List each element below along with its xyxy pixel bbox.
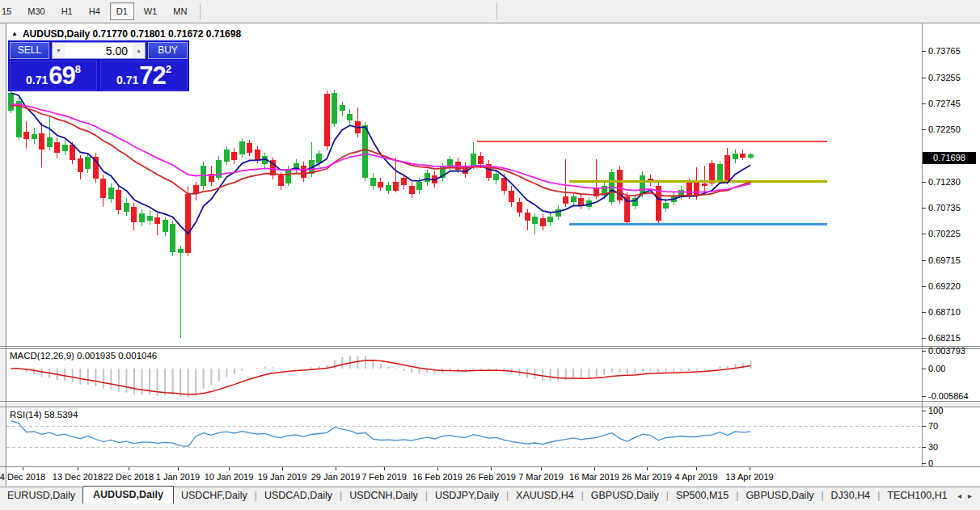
price-axis-tick	[922, 286, 926, 287]
chart-tab-bar: EURUSD,DailyAUDUSD,DailyUSDCHF,Daily|USD…	[0, 487, 980, 504]
sell-price-big-digits: 69	[49, 65, 74, 87]
buy-price-prefix: 0.71	[116, 74, 138, 87]
macd-axis-label: 0.00	[928, 364, 945, 373]
price-axis-label: 0.71230	[928, 177, 961, 187]
macd-bottom-border[interactable]	[0, 401, 980, 402]
date-axis-tick	[594, 467, 595, 470]
rsi-bottom-border	[0, 466, 980, 467]
tab-sp500-m15[interactable]: SP500,M15	[669, 488, 736, 504]
tab-xauusd-h4[interactable]: XAUUSD,H4	[509, 488, 581, 504]
macd-label: MACD(12,26,9) 0.001935 0.001046	[10, 351, 157, 360]
mt4-window: 15M30H1H4D1W1MN ▲AUDUSD,Daily 0.71770 0.…	[0, 0, 980, 510]
timeframe-toolbar: 15M30H1H4D1W1MN	[0, 0, 980, 23]
date-axis-tick	[437, 467, 438, 470]
one-click-trading-panel: SELL ▼ ▲ BUY 0.71 69 8 0.71 72 2	[8, 40, 189, 91]
price-axis-label: 0.68215	[928, 333, 961, 343]
price-axis-tick	[922, 129, 926, 130]
tab-tech100-h1[interactable]: TECH100,H1	[880, 488, 954, 504]
date-axis-tick	[23, 467, 23, 470]
price-axis-label: 0.69220	[928, 281, 961, 291]
price-axis-tick	[922, 103, 926, 104]
price-axis-label: 0.70735	[928, 203, 961, 213]
rsi-axis-label: 30	[928, 442, 938, 452]
rsi-axis-label: 70	[928, 421, 938, 431]
volume-input[interactable]	[65, 43, 133, 58]
buy-price-display[interactable]: 0.71 72 2	[100, 61, 188, 91]
rsi-axis-tick	[922, 411, 926, 411]
tab-scroll-arrows: ◂▸	[957, 491, 980, 504]
tab-usdcnh-daily[interactable]: USDCNH,Daily	[342, 488, 425, 504]
volume-group: ▼ ▲	[52, 42, 146, 59]
price-axis-tick	[922, 182, 926, 183]
macd-axis-tick	[922, 369, 926, 369]
timeframe-button-mn[interactable]: MN	[167, 2, 193, 20]
timeframe-button-15[interactable]: 15	[0, 2, 18, 20]
tab-usdcad-daily[interactable]: USDCAD,Daily	[257, 488, 340, 504]
macd-axis-label: 0.003793	[928, 346, 965, 356]
timeframe-button-d1[interactable]: D1	[110, 2, 134, 20]
window-left-margin	[0, 23, 6, 486]
price-axis-tick	[922, 208, 926, 209]
tab-scroll-right-icon[interactable]: ▸	[968, 491, 972, 500]
date-axis-label: 13 Apr 2019	[716, 472, 784, 482]
date-axis-tick	[750, 467, 750, 470]
sell-price-point: 8	[75, 63, 81, 75]
macd-axis-tick	[922, 396, 926, 397]
volume-decrease-button[interactable]: ▼	[53, 43, 65, 58]
timeframe-button-w1[interactable]: W1	[137, 2, 164, 20]
chart-title: ▲AUDUSD,Daily 0.71770 0.71801 0.71672 0.…	[11, 28, 241, 40]
toolbar-separator	[200, 3, 201, 19]
macd-axis-label: -0.005864	[928, 391, 969, 401]
sell-button[interactable]: SELL	[10, 42, 49, 59]
price-axis-tick	[922, 51, 926, 52]
rsi-canvas[interactable]	[6, 407, 922, 466]
tab-usdchf-daily[interactable]: USDCHF,Daily	[174, 488, 255, 504]
date-axis-tick	[78, 467, 78, 470]
rsi-axis-label: 100	[928, 406, 943, 415]
date-axis-tick	[647, 467, 648, 470]
tab-scroll-left-icon[interactable]: ◂	[957, 491, 961, 500]
price-axis-label: 0.70225	[928, 229, 961, 238]
rsi-axis-tick	[922, 447, 926, 448]
date-axis-tick	[696, 467, 697, 470]
timeframe-button-m30[interactable]: M30	[21, 2, 51, 20]
chart-title-text: AUDUSD,Daily 0.71770 0.71801 0.71672 0.7…	[23, 28, 241, 40]
price-axis-tick	[922, 234, 926, 234]
tab-dj30-h4[interactable]: DJ30,H4	[824, 488, 878, 504]
collapse-triangle-icon[interactable]: ▲	[11, 30, 18, 37]
buy-button[interactable]: BUY	[148, 42, 188, 59]
date-axis-tick	[129, 467, 129, 470]
price-axis-label: 0.68710	[928, 307, 961, 317]
main-macd-splitter[interactable]	[0, 346, 980, 347]
tab-gbpusd-daily[interactable]: GBPUSD,Daily	[738, 488, 821, 504]
sell-price-display[interactable]: 0.71 69 8	[10, 61, 97, 91]
date-axis-tick	[336, 467, 336, 470]
date-axis-tick	[384, 467, 385, 470]
rsi-axis-tick	[922, 463, 926, 464]
tab-gbpusd-daily[interactable]: GBPUSD,Daily	[584, 488, 666, 504]
tab-usdjpy-daily[interactable]: USDJPY,Daily	[428, 488, 506, 504]
sell-price-prefix: 0.71	[26, 74, 48, 87]
price-axis-label: 0.72745	[928, 99, 961, 108]
timeframe-button-h4[interactable]: H4	[82, 2, 107, 20]
price-axis-label: 0.73255	[928, 73, 961, 82]
timeframe-button-h1[interactable]: H1	[55, 2, 79, 20]
date-axis-tick	[541, 467, 542, 470]
price-axis-tick	[922, 338, 926, 339]
price-axis-border	[922, 23, 923, 467]
date-axis-tick	[229, 467, 230, 470]
price-axis-tick	[922, 78, 926, 78]
buy-price-big-digits: 72	[139, 65, 165, 87]
volume-increase-button[interactable]: ▲	[133, 43, 145, 58]
rsi-label: RSI(14) 58.5394	[10, 410, 78, 419]
tab-audusd-daily[interactable]: AUDUSD,Daily	[82, 486, 174, 504]
macd-axis-tick	[922, 351, 926, 352]
buy-price-point: 2	[166, 63, 171, 75]
tab-eurusd-daily[interactable]: EURUSD,Daily	[0, 488, 82, 504]
price-axis-label: 0.72250	[928, 124, 961, 134]
toolbar-separator	[496, 3, 497, 19]
price-axis-label: 0.73765	[928, 46, 961, 56]
rsi-axis-label: 0	[928, 458, 933, 468]
price-axis-tick	[922, 312, 926, 313]
rsi-axis-tick	[922, 426, 926, 427]
